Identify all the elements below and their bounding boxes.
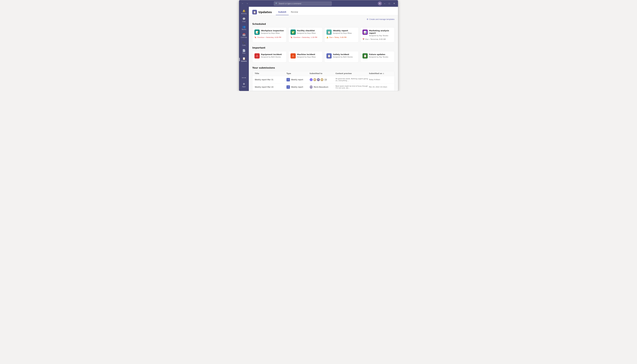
card-assignee-machine: Assigned by Kayo Miwa bbox=[297, 56, 316, 58]
close-button[interactable]: ✕ bbox=[392, 2, 396, 5]
card-title-workplace: Workplace inspection bbox=[261, 30, 284, 32]
card-assignee-facility: Assigned by Kayo Miwa bbox=[297, 32, 316, 34]
table-row[interactable]: Weekly report Mar 24 ? Weekly report MB … bbox=[252, 84, 394, 91]
th-submitted-on[interactable]: Submitted on ↓ bbox=[369, 72, 392, 74]
calendar-icon: 📅 bbox=[242, 33, 245, 36]
plus-badge-1: +4 bbox=[324, 78, 327, 81]
calls-icon: 📞 bbox=[242, 41, 245, 44]
sidebar-item-calls[interactable]: 📞 Calls bbox=[240, 40, 248, 47]
content-header: 📋 Updates Submit Review bbox=[249, 7, 398, 15]
card-status-marketing: 📅 Due • Tomorrow, 8:00 AM bbox=[363, 38, 393, 40]
maximize-button[interactable]: □ bbox=[388, 2, 391, 5]
app-window: ← → 🔍 U – □ ✕ 🔔 Activity 💬 Chat bbox=[239, 0, 398, 91]
card-facility-checklist[interactable]: ✅ Facility checklist Assigned by Kayo Mi… bbox=[288, 28, 323, 42]
card-weekly-report[interactable]: 📋 Weekly report Assigned by Kayo Miwa 🔔 … bbox=[324, 28, 359, 42]
row2-type-icon: ? bbox=[286, 85, 290, 89]
submissions-title: Your submissions bbox=[252, 66, 395, 69]
user-avatar[interactable]: U bbox=[378, 2, 382, 6]
card-assignee-weekly: Assigned by Kayo Miwa bbox=[333, 32, 352, 34]
scheduled-section: Scheduled 📝 Workplace inspection Assigne… bbox=[252, 22, 395, 42]
row2-type: ? Weekly report bbox=[286, 85, 309, 89]
card-icon-facility: ✅ bbox=[290, 30, 296, 35]
manage-templates-button[interactable]: ⚙ Create and manage templates bbox=[367, 18, 395, 20]
card-icon-machine: ⚠ bbox=[290, 53, 296, 58]
submissions-section: Your submissions Title Type Submitted to… bbox=[252, 66, 395, 91]
more-button[interactable]: ••• bbox=[240, 75, 247, 80]
th-title: Title bbox=[255, 72, 286, 74]
row1-type-icon: ? bbox=[286, 78, 290, 82]
content-body: ⚙ Create and manage templates Scheduled … bbox=[249, 15, 398, 91]
row1-title: Weekly report Mar 31 bbox=[255, 79, 286, 81]
row2-avatar-name: Marie Beaudouin bbox=[314, 86, 328, 88]
manage-templates-label: Create and manage templates bbox=[369, 18, 395, 20]
sidebar-item-chat[interactable]: 💬 Chat bbox=[240, 16, 248, 24]
sidebar-label-calls: Calls bbox=[242, 44, 246, 46]
tab-review[interactable]: Review bbox=[289, 9, 300, 15]
activity-icon: 🔔 bbox=[242, 9, 245, 12]
table-row[interactable]: Weekly report Mar 31 ? Weekly report J D… bbox=[252, 76, 394, 84]
submissions-table: Title Type Submitted to Content preview … bbox=[252, 71, 395, 91]
row2-preview: Next week might be kind of busy though I… bbox=[336, 85, 369, 89]
th-type: Type bbox=[286, 72, 309, 74]
card-equipment-incident[interactable]: ⚠ Equipment incident Assigned by Beth Da… bbox=[252, 51, 287, 62]
sidebar-label-teams: Teams bbox=[242, 29, 246, 30]
sidebar-item-apps[interactable]: ✥ Apps bbox=[240, 81, 248, 88]
card-machine-incident[interactable]: ⚠ Machine incident Assigned by Kayo Miwa bbox=[288, 51, 323, 62]
card-safety-incident[interactable]: 📋 Safety incident Assigned by Beth Davie… bbox=[324, 51, 359, 62]
card-assignee-equipment: Assigned by Beth Davies bbox=[261, 56, 282, 58]
gear-icon: ⚙ bbox=[367, 18, 368, 20]
card-icon-weekly: 📋 bbox=[327, 30, 332, 35]
card-future-updates[interactable]: 📋 Future updates Assigned by Ray Tanaka bbox=[360, 51, 395, 62]
tab-submit[interactable]: Submit bbox=[276, 9, 288, 15]
important-section: Important ⚠ Equipment incident Assigned … bbox=[252, 46, 395, 62]
sidebar-item-files[interactable]: 📄 Files bbox=[240, 48, 248, 55]
table-row[interactable]: Marie one on one ≡ 1:1 template J DF M bbox=[252, 91, 394, 91]
search-input[interactable] bbox=[274, 2, 332, 6]
row1-submitted-on: Today 9:00am bbox=[369, 79, 392, 80]
header-title-row: 📋 Updates bbox=[252, 10, 272, 14]
title-bar-right: U – □ ✕ bbox=[378, 2, 396, 6]
sidebar-label-activity: Activity bbox=[241, 13, 246, 14]
card-title-machine: Machine incident bbox=[297, 53, 316, 56]
card-title-future: Future updates bbox=[369, 53, 388, 56]
important-title: Important bbox=[252, 46, 395, 49]
card-assignee-marketing: Assigned by Ray Tanaka bbox=[369, 35, 393, 36]
header-icon: 📋 bbox=[252, 10, 257, 14]
sidebar-item-teams[interactable]: 👥 Teams bbox=[240, 24, 248, 32]
sidebar-label-apps: Apps bbox=[242, 86, 246, 88]
header-tabs: Submit Review bbox=[276, 9, 300, 15]
sidebar-item-activity[interactable]: 🔔 Activity bbox=[240, 8, 248, 16]
card-assignee-future: Assigned by Ray Tanaka bbox=[369, 56, 388, 58]
sidebar-label-updates: Updates bbox=[241, 60, 247, 62]
updates-icon: 📋 bbox=[242, 57, 245, 60]
row2-submitted-on: Mar 24, 2022 10:14am bbox=[369, 86, 392, 88]
sidebar-item-updates[interactable]: 📋 Updates bbox=[240, 56, 248, 63]
card-status-weekly: 🔔 Due • Today, 5:00 PM bbox=[327, 36, 357, 38]
card-status-facility: 🔖 Overdue • Yesterday, 1:30 PM bbox=[290, 36, 321, 38]
avatar-2: DF bbox=[313, 78, 316, 81]
sort-icon: ↓ bbox=[383, 72, 384, 74]
sidebar: 🔔 Activity 💬 Chat 👥 Teams 📅 Calendar 📞 C… bbox=[239, 7, 249, 91]
forward-button[interactable]: → bbox=[245, 2, 249, 5]
card-marketing-analysis[interactable]: 📊 Marketing analysis report Assigned by … bbox=[360, 28, 395, 42]
card-icon-workplace: 📝 bbox=[254, 30, 260, 35]
scheduled-cards-grid: 📝 Workplace inspection Assigned by Kayo … bbox=[252, 28, 395, 42]
overdue-icon-facility: 🔖 bbox=[290, 36, 292, 38]
avatar-1: J bbox=[309, 78, 313, 81]
scheduled-title: Scheduled bbox=[252, 22, 395, 25]
sidebar-item-calendar[interactable]: 📅 Calendar bbox=[240, 32, 248, 39]
sidebar-label-files: Files bbox=[242, 52, 245, 54]
important-cards-grid: ⚠ Equipment incident Assigned by Beth Da… bbox=[252, 51, 395, 62]
th-submitted-to: Submitted to bbox=[309, 72, 336, 74]
apps-icon: ✥ bbox=[243, 82, 245, 86]
card-title-marketing: Marketing analysis report bbox=[369, 30, 393, 34]
table-header: Title Type Submitted to Content preview … bbox=[252, 71, 394, 76]
row1-submitted-to: J DF M DS +4 bbox=[309, 78, 336, 81]
row1-preview: All good this week. Nothing urgent going… bbox=[336, 78, 369, 82]
card-status-workplace: 🔖 Overdue • Yesterday, 6:00 PM bbox=[254, 36, 284, 38]
minimize-button[interactable]: – bbox=[383, 2, 387, 5]
card-workplace-inspection[interactable]: 📝 Workplace inspection Assigned by Kayo … bbox=[252, 28, 287, 42]
back-button[interactable]: ← bbox=[241, 2, 244, 5]
card-icon-future: 📋 bbox=[363, 53, 368, 58]
title-bar: ← → 🔍 U – □ ✕ bbox=[239, 0, 398, 7]
